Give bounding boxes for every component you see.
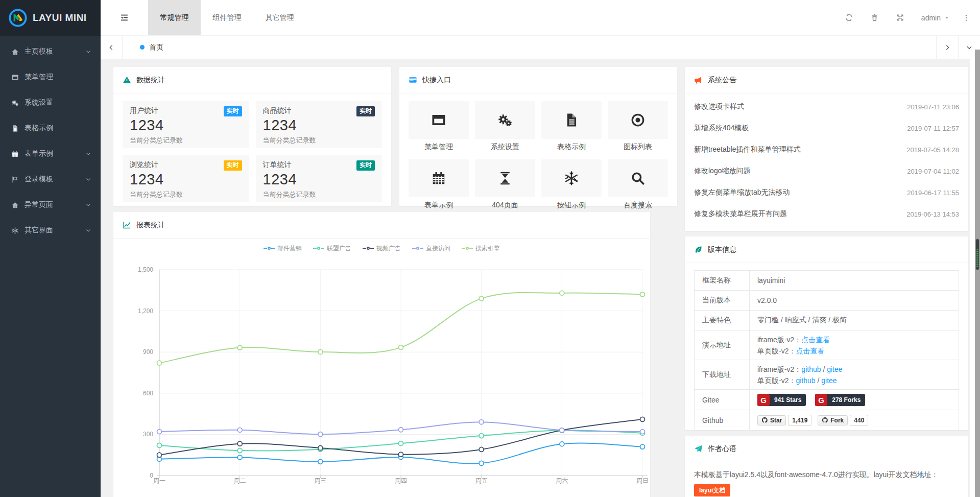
svg-text:周四: 周四: [395, 477, 407, 484]
layui-doc-badge[interactable]: layui文档: [694, 484, 730, 496]
announcements-panel: 系统公告 修改选项卡样式 2019-07-11 23:06 新增系统404模板: [685, 67, 968, 231]
download-github-link[interactable]: github: [801, 365, 821, 373]
download-github-link[interactable]: github: [796, 376, 815, 385]
github-fork-button[interactable]: Fork: [818, 415, 848, 425]
legend-item[interactable]: 搜索引擎: [462, 244, 500, 253]
announcement-row[interactable]: 修复多模块菜单栏展开有问题 2019-06-13 14:53: [694, 203, 959, 225]
announcement-text: 修复多模块菜单栏展开有问题: [694, 209, 787, 219]
sidebar-menu: 主页模板 菜单管理 系统设置 表格示例: [0, 39, 101, 243]
github-fork-count[interactable]: 440: [850, 415, 868, 426]
sidebar-item[interactable]: 异常页面: [0, 192, 101, 218]
github-star-button[interactable]: Star: [757, 415, 786, 425]
legend-item[interactable]: 视频广告: [363, 244, 401, 253]
svg-text:周日: 周日: [636, 477, 649, 484]
legend-item[interactable]: 联盟广告: [313, 244, 351, 253]
version-row-label: Github: [695, 410, 750, 431]
panel-title: 版本信息: [708, 245, 736, 254]
scrollbar-track[interactable]: [975, 50, 980, 497]
quick-entry-icon: [497, 171, 513, 186]
version-row-label: 演示地址: [695, 330, 750, 360]
announcement-row[interactable]: 新增系统404模板 2019-07-11 12:57: [694, 117, 959, 139]
quick-entry-icon-box: [541, 101, 602, 139]
version-row-label: Gitee: [695, 390, 750, 410]
header-module-tab[interactable]: 其它管理: [253, 0, 306, 35]
outdent-icon: [119, 13, 129, 22]
clear-cache-button[interactable]: [862, 0, 888, 35]
version-info-panel: 版本信息 框架名称 layuimini 当前版本 v2.0.0 主要特色: [685, 236, 968, 430]
quick-entry-item[interactable]: 图标列表: [608, 101, 668, 152]
quick-entry-icon-box: [475, 159, 535, 197]
sidebar-item[interactable]: 菜单管理: [0, 64, 101, 90]
link-separator: /: [821, 365, 827, 373]
author-title-bar: 作者心语: [685, 436, 968, 462]
sidebar-item-label: 表单示例: [25, 149, 53, 158]
quick-entry-grid: 菜单管理 系统设置: [399, 93, 677, 210]
svg-text:周六: 周六: [556, 477, 568, 484]
announcement-row[interactable]: 修复左侧菜单缩放tab无法移动 2019-06-17 11:55: [694, 182, 959, 203]
line-chart-icon: [123, 221, 131, 229]
sidebar-item-icon: [11, 74, 19, 81]
download-gitee-link[interactable]: gitee: [821, 376, 836, 385]
quick-entry-icon-box: [608, 101, 668, 139]
fullscreen-button[interactable]: [888, 0, 913, 35]
tabbar-spacer: [181, 36, 936, 59]
tab-home[interactable]: 首页: [123, 36, 181, 59]
announcement-row[interactable]: 修改logo缩放问题 2019-07-04 11:02: [694, 160, 959, 182]
logo-title: LAYUI MINI: [33, 12, 87, 23]
sidebar-item-icon: [11, 201, 19, 209]
caret-down-icon: [944, 15, 949, 20]
sidebar-item[interactable]: 登录模板: [0, 167, 101, 192]
quick-entry-icon: [564, 171, 579, 186]
table-row: 框架名称 layuimini: [695, 271, 959, 291]
announcements-title-bar: 系统公告: [685, 67, 968, 93]
quick-entry-item[interactable]: 菜单管理: [409, 101, 469, 152]
quick-entry-item[interactable]: 按钮示例: [541, 159, 602, 210]
quick-entry-item[interactable]: 系统设置: [475, 101, 535, 152]
stat-card-desc: 当前分类总记录数: [263, 136, 375, 145]
quick-entry-icon-box: [409, 159, 469, 197]
legend-item[interactable]: 邮件营销: [264, 244, 302, 253]
refresh-button[interactable]: [836, 0, 862, 35]
more-menu-button[interactable]: [958, 0, 975, 35]
legend-marker: [313, 247, 324, 250]
demo-spa-link[interactable]: 点击查看: [796, 347, 824, 355]
quick-entry-item[interactable]: 表单示例: [409, 159, 469, 210]
download-gitee-link[interactable]: gitee: [827, 365, 842, 373]
sidebar-item-label: 主页模板: [25, 47, 53, 56]
header-module-tab[interactable]: 常规管理: [148, 0, 201, 35]
author-body: 本模板基于layui2.5.4以及font-awesome-4.7.0进行实现。…: [685, 462, 968, 497]
user-dropdown[interactable]: admin: [913, 0, 958, 35]
tabs-scroll-left-button[interactable]: [101, 36, 123, 59]
sidebar-item[interactable]: 其它界面: [0, 218, 101, 243]
demo-line-prefix: iframe版-v2：: [757, 336, 801, 344]
chevron-down-icon: [85, 227, 91, 233]
quick-entry-item[interactable]: 百度搜索: [608, 159, 668, 210]
announcement-row[interactable]: 修改选项卡样式 2019-07-11 23:06: [694, 96, 959, 117]
announcement-row[interactable]: 新增treetable插件和菜单管理样式 2019-07-05 14:28: [694, 139, 959, 160]
chevron-down-icon: [85, 176, 91, 182]
header-module-tab[interactable]: 组件管理: [201, 0, 253, 35]
logo[interactable]: LAYUI MINI: [0, 0, 101, 36]
quick-entry-icon: [497, 112, 513, 128]
quick-entry-item[interactable]: 表格示例: [541, 101, 602, 152]
legend-item[interactable]: 直接访问: [412, 244, 450, 253]
quick-entry-icon: [431, 171, 446, 186]
table-row: 主要特色 零门槛 / 响应式 / 清爽 / 极简: [695, 311, 959, 330]
panel-title: 快捷入口: [422, 76, 451, 85]
demo-line-prefix: 单页版-v2：: [757, 347, 796, 355]
gitee-stars-badge[interactable]: 941 Stars: [757, 394, 806, 406]
tabs-scroll-right-button[interactable]: [936, 36, 958, 59]
sidebar-item[interactable]: 系统设置: [0, 90, 101, 115]
sidebar-item[interactable]: 表单示例: [0, 141, 101, 167]
demo-iframe-link[interactable]: 点击查看: [801, 336, 830, 344]
gitee-icon: [757, 394, 770, 406]
quick-entry-item[interactable]: 404页面: [475, 159, 535, 210]
gitee-forks-badge[interactable]: 278 Forks: [815, 394, 865, 406]
github-star-count[interactable]: 1,419: [788, 415, 811, 426]
collapse-sidebar-button[interactable]: [101, 0, 148, 35]
svg-text:周三: 周三: [314, 477, 326, 484]
sidebar-item[interactable]: 表格示例: [0, 115, 101, 141]
scrollbar-thumb[interactable]: [975, 239, 979, 270]
sidebar-item[interactable]: 主页模板: [0, 39, 101, 64]
legend-label: 视频广告: [376, 244, 401, 253]
